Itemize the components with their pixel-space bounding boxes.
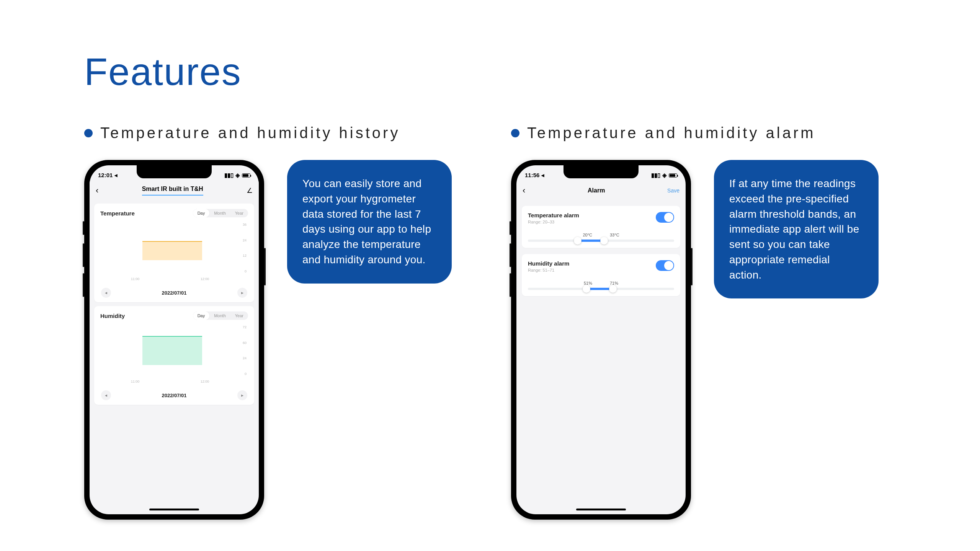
slider-handle-high[interactable] [609,285,617,293]
temperature-card: Temperature Day Month Year 36 24 [94,204,254,302]
seg-day[interactable]: Day [193,311,210,320]
page-title: Features [84,50,896,94]
slider-handle-low[interactable] [583,285,590,293]
alarm-title: Humidity alarm [528,260,569,267]
seg-month[interactable]: Month [209,311,230,320]
card-title: Temperature [100,210,135,217]
card-title: Humidity [100,313,125,319]
save-button[interactable]: Save [667,187,679,194]
app-header: ‹ Smart IR built in T&H ∠ [90,181,259,200]
status-icons: ▮▮▯ ◈ [224,172,250,179]
date-label: 2022/07/01 [162,290,186,296]
callout-history: You can easily store and export your hyg… [287,160,452,284]
wifi-icon: ◈ [662,172,667,179]
range-high: 71% [610,281,618,285]
slider-handle-high[interactable] [600,237,608,245]
bullet-icon [511,129,519,137]
next-day-button[interactable]: ▸ [237,288,247,298]
alarm-range-text: Range: 20–33 [528,220,579,224]
edit-icon[interactable]: ∠ [247,186,253,195]
period-segment[interactable]: Day Month Year [193,209,248,217]
feature-heading: Temperature and humidity history [100,124,400,142]
seg-year[interactable]: Year [230,311,248,320]
feature-heading: Temperature and humidity alarm [527,124,816,142]
next-day-button[interactable]: ▸ [237,390,247,400]
seg-year[interactable]: Year [230,209,248,217]
seg-month[interactable]: Month [209,209,230,217]
range-high: 33°C [610,233,619,237]
humidity-chart: 72 60 24 0 11:00 12:00 [100,325,248,386]
bullet-icon [84,129,93,137]
alarm-range-text: Range: 51–71 [528,268,569,272]
app-title: Alarm [588,187,605,194]
signal-icon: ▮▮▯ [224,172,234,179]
feature-history: Temperature and humidity history 12:01 ◂… [84,124,469,520]
temperature-alarm-card: Temperature alarm Range: 20–33 20°C 33°C [522,206,680,248]
humidity-range-slider[interactable] [528,288,674,290]
alarm-title: Temperature alarm [528,212,579,218]
app-title: Smart IR built in T&H [142,186,203,196]
humidity-alarm-card: Humidity alarm Range: 51–71 51% 71% [522,254,680,296]
range-low: 51% [584,281,592,285]
temperature-chart: 36 24 12 0 11:00 12:00 [100,223,248,284]
signal-icon: ▮▮▯ [651,172,660,179]
wifi-icon: ◈ [235,172,240,179]
humidity-alarm-toggle[interactable] [656,260,674,271]
home-indicator[interactable] [149,509,199,510]
range-low: 20°C [583,233,592,237]
app-header: ‹ Alarm Save [516,181,686,200]
period-segment[interactable]: Day Month Year [193,311,248,320]
temperature-range-slider[interactable] [528,240,674,242]
status-time: 12:01 ◂ [98,172,118,179]
phone-mockup-history: 12:01 ◂ ▮▮▯ ◈ ‹ Smart IR built in T&H ∠ [84,160,264,520]
battery-icon [669,173,677,178]
date-label: 2022/07/01 [162,393,186,398]
humidity-card: Humidity Day Month Year 72 60 [94,306,254,405]
prev-day-button[interactable]: ◂ [101,288,111,298]
callout-alarm: If at any time the readings exceed the p… [714,160,879,298]
prev-day-button[interactable]: ◂ [101,390,111,400]
slider-handle-low[interactable] [574,237,581,245]
home-indicator[interactable] [576,509,626,510]
status-icons: ▮▮▯ ◈ [651,172,677,179]
temperature-alarm-toggle[interactable] [656,212,674,223]
status-time: 11:56 ◂ [525,172,544,179]
back-icon[interactable]: ‹ [96,186,98,196]
phone-mockup-alarm: 11:56 ◂ ▮▮▯ ◈ ‹ Alarm Save [511,160,691,520]
battery-icon [242,173,250,178]
back-icon[interactable]: ‹ [523,186,525,196]
feature-alarm: Temperature and humidity alarm 11:56 ◂ ▮… [511,124,896,520]
seg-day[interactable]: Day [193,209,210,217]
